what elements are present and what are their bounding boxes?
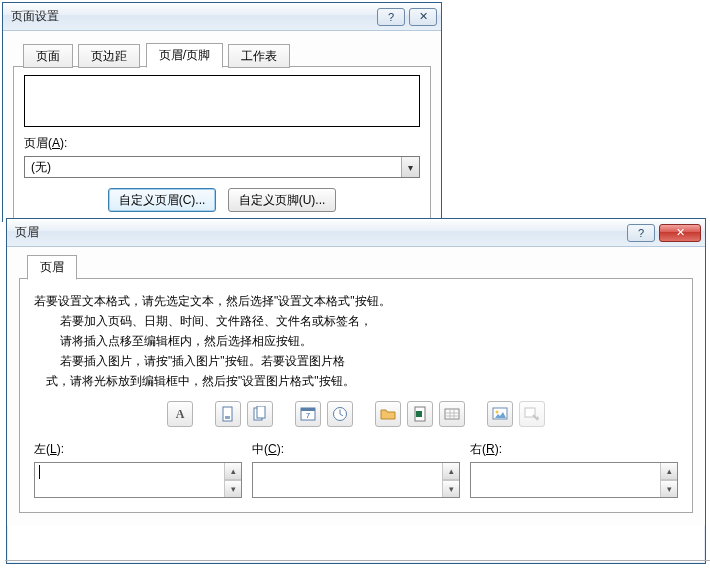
format-picture-icon <box>524 406 540 422</box>
page-setup-tabs: 页面 页边距 页眉/页脚 工作表 <box>13 43 431 67</box>
separator-line <box>5 560 710 561</box>
text-cursor <box>39 465 40 479</box>
scroll-up-icon[interactable]: ▴ <box>443 463 459 480</box>
scrollbar[interactable]: ▴ ▾ <box>224 463 241 497</box>
picture-icon <box>492 406 508 422</box>
scroll-down-icon[interactable]: ▾ <box>225 480 241 497</box>
header-preview <box>24 75 420 127</box>
header-footer-panel: 页眉(A): (无) ▾ 自定义页眉(C)... 自定义页脚(U)... <box>13 67 431 221</box>
instructions-text: 若要设置文本格式，请先选定文本，然后选择"设置文本格式"按钮。 若要加入页码、日… <box>34 291 678 391</box>
pages-icon <box>252 406 268 422</box>
svg-rect-11 <box>416 411 422 417</box>
right-section-input[interactable]: ▴ ▾ <box>470 462 678 498</box>
insert-path-button[interactable] <box>375 401 401 427</box>
scroll-down-icon[interactable]: ▾ <box>661 480 677 497</box>
tab-margin[interactable]: 页边距 <box>78 44 140 68</box>
page-setup-titlebar[interactable]: 页面设置 ? ✕ <box>3 3 441 31</box>
scroll-down-icon[interactable]: ▾ <box>443 480 459 497</box>
header-combo[interactable]: (无) ▾ <box>24 156 420 178</box>
insert-time-button[interactable] <box>327 401 353 427</box>
svg-rect-1 <box>225 416 230 419</box>
svg-point-18 <box>496 411 499 414</box>
tab-header-footer[interactable]: 页眉/页脚 <box>146 43 223 68</box>
header-combo-label: 页眉(A): <box>24 135 420 152</box>
excel-file-icon <box>412 406 428 422</box>
page-icon <box>220 406 236 422</box>
page-setup-title: 页面设置 <box>11 8 59 25</box>
sheet-tab-icon <box>444 406 460 422</box>
folder-icon <box>380 406 396 422</box>
page-setup-dialog: 页面设置 ? ✕ 页面 页边距 页眉/页脚 工作表 页眉(A): (无) ▾ 自… <box>2 2 442 222</box>
header-dialog-title: 页眉 <box>15 224 39 241</box>
custom-header-button[interactable]: 自定义页眉(C)... <box>108 188 217 212</box>
tab-header[interactable]: 页眉 <box>27 255 77 280</box>
insert-pages-button[interactable] <box>247 401 273 427</box>
scroll-up-icon[interactable]: ▴ <box>225 463 241 480</box>
scrollbar[interactable]: ▴ ▾ <box>442 463 459 497</box>
help-button[interactable]: ? <box>627 224 655 242</box>
svg-text:7: 7 <box>306 411 311 420</box>
center-section-input[interactable]: ▴ ▾ <box>252 462 460 498</box>
header-dialog: 页眉 ? ✕ 页眉 若要设置文本格式，请先选定文本，然后选择"设置文本格式"按钮… <box>6 218 706 564</box>
insert-date-button[interactable]: 7 <box>295 401 321 427</box>
format-text-button[interactable]: A <box>167 401 193 427</box>
header-panel: 若要设置文本格式，请先选定文本，然后选择"设置文本格式"按钮。 若要加入页码、日… <box>19 279 693 513</box>
insert-file-button[interactable] <box>407 401 433 427</box>
tab-page[interactable]: 页面 <box>23 44 73 68</box>
custom-footer-button[interactable]: 自定义页脚(U)... <box>228 188 337 212</box>
letter-a-icon: A <box>176 407 185 422</box>
format-picture-button[interactable] <box>519 401 545 427</box>
svg-rect-3 <box>257 406 265 418</box>
header-combo-value: (无) <box>25 157 401 177</box>
header-dialog-tabs: 页眉 <box>19 255 693 279</box>
insert-picture-button[interactable] <box>487 401 513 427</box>
header-titlebar[interactable]: 页眉 ? ✕ <box>7 219 705 247</box>
close-button[interactable]: ✕ <box>409 8 437 26</box>
help-button[interactable]: ? <box>377 8 405 26</box>
close-button[interactable]: ✕ <box>659 224 701 242</box>
svg-rect-12 <box>445 409 459 419</box>
left-section-input[interactable]: ▴ ▾ <box>34 462 242 498</box>
insert-sheet-button[interactable] <box>439 401 465 427</box>
tab-sheet[interactable]: 工作表 <box>228 44 290 68</box>
chevron-down-icon[interactable]: ▾ <box>401 157 419 177</box>
left-section-label: 左(L): <box>34 441 242 458</box>
insert-page-number-button[interactable] <box>215 401 241 427</box>
right-section-label: 右(R): <box>470 441 678 458</box>
calendar-icon: 7 <box>300 406 316 422</box>
header-toolbar: A 7 <box>34 401 678 427</box>
scroll-up-icon[interactable]: ▴ <box>661 463 677 480</box>
scrollbar[interactable]: ▴ ▾ <box>660 463 677 497</box>
clock-icon <box>332 406 348 422</box>
center-section-label: 中(C): <box>252 441 460 458</box>
